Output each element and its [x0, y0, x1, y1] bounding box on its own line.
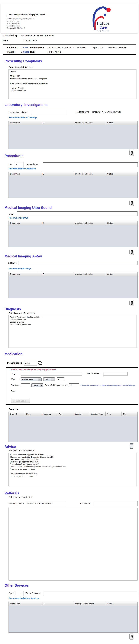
column-header[interactable]: Department: [9, 172, 41, 176]
column-header[interactable]: Status: [106, 272, 138, 276]
frequency-select[interactable]: OD ▼: [43, 378, 55, 381]
column-header[interactable]: Department: [9, 272, 41, 276]
address-line: T: +24 84 225 252: [7, 22, 34, 25]
consultation-report-page: Future Care by Future Holdings (Pty) Lim…: [0, 0, 139, 644]
drug-list-label: Drug List: [9, 408, 18, 410]
address-line: T: +24 82 593 593: [7, 20, 34, 22]
complaints-textarea[interactable]: Review RT Knee US Fluid within the later…: [8, 69, 136, 99]
xray-table-body[interactable]: [9, 276, 138, 298]
way-qty-input[interactable]: [57, 378, 64, 381]
drug-colon: :: [19, 372, 20, 374]
column-header[interactable]: Qty: [122, 412, 138, 416]
reffered-by-label: Reffered By :: [76, 110, 89, 113]
consultant-input[interactable]: [94, 501, 138, 506]
uss-input[interactable]: [17, 212, 138, 216]
patient-id-value: 8332: [23, 46, 28, 48]
gender-value: Female: [119, 46, 126, 48]
refresh-icon[interactable]: [38, 361, 42, 365]
lab-table-body[interactable]: [9, 125, 138, 149]
column-header[interactable]: ID: [41, 121, 73, 125]
recommended-uss-label: Recommended USS: [9, 217, 28, 219]
uss-table-body[interactable]: [9, 225, 138, 247]
column-header[interactable]: Duration Type: [90, 412, 106, 416]
section-heading-other-services: Other Services: [4, 584, 29, 588]
column-header[interactable]: Investigation/Service: [73, 221, 106, 225]
section-heading-xray: Medical Imaging X-Ray: [4, 254, 42, 258]
column-header[interactable]: Department: [9, 221, 41, 225]
prescription-id-input[interactable]: [24, 361, 37, 366]
letterhead: Future Care by Future Holdings (Pty) Lim…: [1, 3, 138, 33]
other-services-table-body[interactable]: [9, 606, 138, 632]
gender-colon: :: [117, 46, 118, 48]
section-heading-refferals: Refferals: [4, 491, 19, 495]
meal-timing-select[interactable]: Before Meal ▼: [21, 378, 42, 381]
column-header[interactable]: Duration: [73, 412, 90, 416]
column-header[interactable]: Status: [106, 602, 138, 606]
consulted-by-value: Dr. HANECKY FUENTE REYES: [21, 34, 54, 36]
per-meal-label: Drugs/Tablets per meal :: [45, 384, 68, 386]
drug-input[interactable]: [21, 372, 82, 376]
uss-delete-button[interactable]: [130, 249, 134, 255]
column-header[interactable]: ID: [41, 221, 73, 225]
procedures-table-body[interactable]: [9, 176, 138, 198]
lab-investigation-input[interactable]: [32, 110, 66, 114]
column-header[interactable]: Way: [57, 412, 73, 416]
column-header[interactable]: Investigation / Service: [73, 602, 106, 606]
column-header[interactable]: ID: [41, 272, 73, 276]
other-services-input[interactable]: [44, 591, 138, 596]
special-notes-label: Special Notes: [86, 372, 99, 374]
column-header[interactable]: Investigation/Service: [73, 272, 106, 276]
duration-unit-value: Day/s: [32, 384, 40, 387]
other-services-table-header: Department ID Investigation / Service St…: [9, 602, 138, 606]
section-heading-ultrasound: Medical Imaging Ultra Sound: [4, 206, 52, 210]
column-header[interactable]: Status: [106, 121, 138, 125]
trash-icon: [130, 250, 133, 254]
special-notes-input[interactable]: [103, 372, 128, 376]
other-qty-input[interactable]: [15, 591, 24, 596]
advice-textarea[interactable]: Ketoconazole cream- Apply bd for 15 days…: [8, 452, 136, 486]
patient-info-box: Patient ID : 8332 Patient Name : LUCIENN…: [3, 44, 136, 55]
column-header[interactable]: Investigation/Service: [73, 172, 106, 176]
column-header[interactable]: Drug: [25, 412, 41, 416]
procedures-table-header: Department ID Investigation/Service Stat…: [9, 172, 138, 176]
procedures-delete-button[interactable]: [130, 200, 134, 206]
other-services-delete-button[interactable]: [130, 634, 134, 640]
patient-name-value: LUCIENNE JOSEPHINE LIBANOTIS: [49, 46, 86, 48]
section-heading-procedures: Procedures: [4, 154, 24, 158]
consult-date-label: Date: [3, 39, 8, 42]
procedures-qty-input[interactable]: [15, 162, 24, 167]
company-address: Le Chainter,Victoria,Mahe,Seychelles T: …: [7, 18, 34, 30]
column-header[interactable]: Fequency: [41, 412, 57, 416]
total-label: Total: [10, 390, 15, 392]
column-header[interactable]: Department: [9, 121, 41, 125]
section-heading-medication: Medication: [4, 352, 22, 356]
column-header[interactable]: Status: [106, 172, 138, 176]
diagnosis-textarea[interactable]: Grade 2-3 osteoarthritis of the right kn…: [8, 315, 136, 348]
per-meal-input[interactable]: [69, 384, 79, 387]
visit-date-value: 2024-10-16: [49, 51, 61, 53]
xray-input[interactable]: [18, 260, 138, 265]
advice-delete-button[interactable]: [129, 442, 134, 449]
column-header[interactable]: Drug ID: [9, 412, 25, 416]
column-header[interactable]: Investigation/Service: [73, 121, 106, 125]
column-header[interactable]: ID: [41, 172, 73, 176]
column-header[interactable]: Status: [106, 221, 138, 225]
column-header[interactable]: Department: [9, 602, 41, 606]
lab-delete-button[interactable]: [130, 150, 134, 156]
special-notes-colon: :: [100, 372, 100, 374]
logo-word-future: Future: [97, 20, 110, 26]
add-drug-button[interactable]: Add Drug: [11, 399, 30, 403]
recommended-xrays-label: Recommended X-Rays: [9, 268, 32, 270]
reffering-doctor-input[interactable]: [26, 501, 66, 506]
xray-table: Department ID Investigation/Service Stat…: [8, 272, 138, 298]
prescription-id-label: Prescription ID :: [7, 362, 23, 364]
column-header[interactable]: ID: [41, 602, 73, 606]
xray-delete-button[interactable]: [130, 300, 134, 306]
duration-input[interactable]: [21, 384, 30, 387]
drug-list-table-body[interactable]: [9, 416, 138, 442]
refferals-listbox[interactable]: [8, 508, 138, 580]
procedures-input[interactable]: [42, 162, 138, 167]
age-value: 57: [101, 46, 103, 48]
column-header[interactable]: Note: [106, 412, 122, 416]
duration-unit-select[interactable]: Day/s ▼: [32, 384, 43, 387]
